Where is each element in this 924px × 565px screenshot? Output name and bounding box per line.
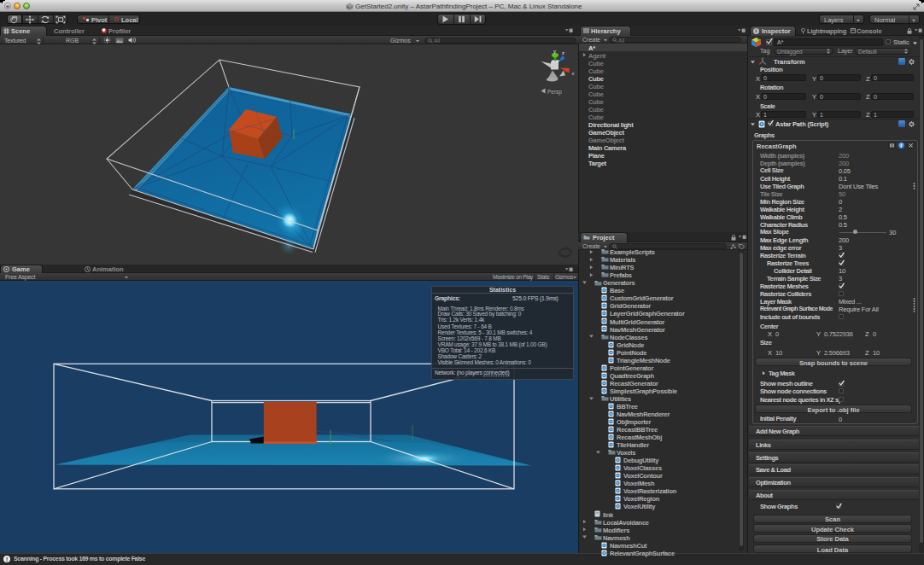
svg-text:z: z [562, 50, 564, 55]
svg-text:y: y [553, 49, 556, 54]
svg-text:x: x [572, 71, 575, 76]
svg-text:Persp: Persp [547, 89, 562, 96]
